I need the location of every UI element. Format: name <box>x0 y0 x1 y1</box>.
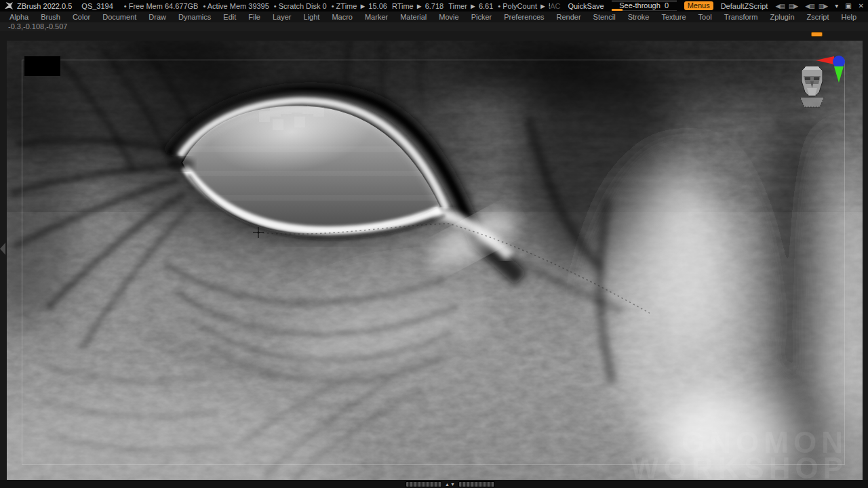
gizmo-head-icon[interactable] <box>800 66 824 107</box>
menu-item[interactable]: Edit <box>217 12 242 22</box>
gizmo-axis-red-icon[interactable] <box>816 56 834 64</box>
see-through-value: 0 <box>665 1 669 9</box>
menu-item[interactable]: Brush <box>35 12 66 22</box>
gizmo-axis-blue-icon[interactable] <box>833 56 845 68</box>
window-restore-button[interactable]: ▣ <box>845 2 851 9</box>
bottom-tray-divider[interactable]: ▲▼ <box>406 481 495 487</box>
menu-item[interactable]: Draw <box>142 12 172 22</box>
gizmo-axis-green-icon[interactable] <box>834 66 844 83</box>
divider-grip-right[interactable] <box>458 481 495 487</box>
menu-item[interactable]: Preferences <box>498 12 550 22</box>
menu-item[interactable]: Material <box>394 12 433 22</box>
menu-item[interactable]: Transform <box>718 12 764 22</box>
app-title: ZBrush 2022.0.5 <box>17 2 72 10</box>
menu-item[interactable]: Layer <box>267 12 298 22</box>
bottom-bar: ▲▼ <box>0 480 868 488</box>
menu-item[interactable]: Texture <box>655 12 692 22</box>
divider-up-icon[interactable]: ▲ <box>445 482 450 487</box>
menu-item[interactable]: Stencil <box>587 12 622 22</box>
menu-item[interactable]: Help <box>835 12 863 22</box>
menu-item[interactable]: Macro <box>326 12 359 22</box>
document-canvas[interactable]: GNOMON WORKSHOP <box>7 41 863 480</box>
default-zscript-button[interactable]: DefaultZScript <box>721 2 768 10</box>
menu-item[interactable]: Marker <box>359 12 394 22</box>
menu-item[interactable]: Picker <box>465 12 498 22</box>
coordinate-readout-row: -0.3,-0.108,-0.507 <box>0 22 868 31</box>
document-id: QS_3194 <box>81 2 113 10</box>
ac-indicator: AC <box>550 2 560 10</box>
sculpt-viewport[interactable]: GNOMON WORKSHOP <box>7 41 863 480</box>
menu-bar: AlphaBrushColorDocumentDrawDynamicsEditF… <box>0 12 868 22</box>
blacked-out-region <box>24 56 60 76</box>
menu-item[interactable]: Alpha <box>3 12 35 22</box>
menu-item[interactable]: Zplugin <box>764 12 800 22</box>
status-stats: • Free Mem 64.677GB• Active Mem 39395• S… <box>124 2 550 10</box>
watermark-line2: WORKSHOP <box>631 451 848 480</box>
stat-item: • Free Mem 64.677GB <box>124 2 199 10</box>
menu-item[interactable]: Light <box>298 12 326 22</box>
divider-down-icon[interactable]: ▼ <box>450 482 456 487</box>
camera-gizmo[interactable] <box>790 56 858 127</box>
quicksave-button[interactable]: QuickSave <box>568 2 604 10</box>
menus-button[interactable]: Menus <box>684 1 713 10</box>
stat-item: • ZTime ► 15.06 <box>332 2 387 10</box>
doc-page-next-icon[interactable]: ▥▶ <box>818 3 827 9</box>
menu-item[interactable]: Movie <box>433 12 465 22</box>
see-through-slider[interactable]: See-through 0 <box>612 1 677 11</box>
doc-page-prev-icon[interactable]: ◀▥ <box>805 3 814 9</box>
top-tray-divider-handle[interactable] <box>811 32 823 37</box>
cursor-coordinates: -0.3,-0.108,-0.507 <box>8 22 67 30</box>
menu-item[interactable]: Stroke <box>622 12 656 22</box>
menu-item[interactable]: Tool <box>692 12 718 22</box>
stat-item: • PolyCount ► 56.123 MP <box>498 2 550 10</box>
zbrush-logo-icon <box>4 1 14 10</box>
left-tray-toggle-icon[interactable] <box>0 243 5 255</box>
title-bar: ZBrush 2022.0.5 QS_3194 • Free Mem 64.67… <box>0 0 868 12</box>
workspace: GNOMON WORKSHOP <box>0 31 868 480</box>
stat-item: • Active Mem 39395 <box>203 2 269 10</box>
tray-collapse-left-icon[interactable]: ◀▤ <box>775 3 784 9</box>
stat-item: Timer ► 6.61 <box>448 2 493 10</box>
menu-item[interactable]: Document <box>96 12 142 22</box>
menu-item[interactable]: File <box>242 12 267 22</box>
stat-item: • Scratch Disk 0 <box>274 2 327 10</box>
window-minimize-button[interactable]: ▾ <box>835 2 838 9</box>
tray-expand-left-icon[interactable]: ▤▶ <box>789 3 797 9</box>
menu-item[interactable]: Render <box>551 12 587 22</box>
stat-item: RTime ► 6.718 <box>392 2 443 10</box>
menu-item[interactable]: Zscript <box>801 12 835 22</box>
menu-item[interactable]: Color <box>66 12 96 22</box>
divider-grip-left[interactable] <box>406 481 442 487</box>
window-close-button[interactable]: ✕ <box>859 2 864 9</box>
menu-item[interactable]: Dynamics <box>172 12 217 22</box>
